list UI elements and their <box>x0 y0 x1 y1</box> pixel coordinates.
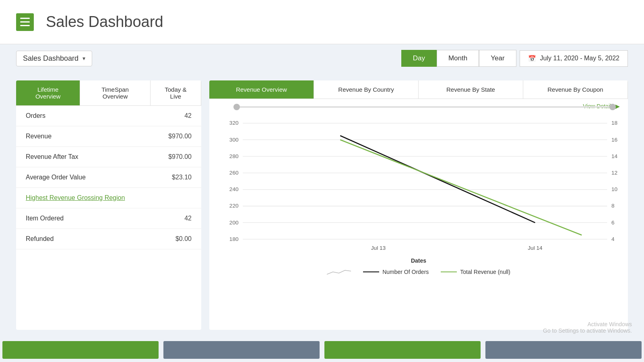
svg-text:14: 14 <box>611 153 618 159</box>
svg-text:18: 18 <box>611 120 617 126</box>
svg-text:4: 4 <box>611 236 615 242</box>
metric-refunded-label: Refunded <box>26 235 54 243</box>
chevron-down-icon: ▾ <box>83 55 85 62</box>
metric-revenue-after-tax-label: Revenue After Tax <box>26 153 78 160</box>
metric-revenue-value: $970.00 <box>168 133 192 140</box>
tab-revenue-by-coupon[interactable]: Revenue By Coupon <box>523 80 628 99</box>
slider-track <box>233 106 616 108</box>
legend-orders-line <box>363 272 379 272</box>
toolbar: Sales Dashboard ▾ Day Month Year 📅 July … <box>0 44 644 72</box>
legend-revenue: Total Revenue (null) <box>441 269 510 275</box>
svg-text:12: 12 <box>611 170 617 176</box>
chart-area: View Details <box>209 99 628 330</box>
metric-revenue-after-tax-value: $970.00 <box>168 153 192 160</box>
svg-text:300: 300 <box>229 137 239 143</box>
svg-text:16: 16 <box>611 137 617 143</box>
menu-icon[interactable] <box>16 13 34 31</box>
month-button[interactable]: Month <box>437 50 479 67</box>
date-range[interactable]: 📅 July 11, 2020 - May 5, 2022 <box>520 50 628 67</box>
svg-text:10: 10 <box>611 186 617 192</box>
slider-thumb-left[interactable] <box>233 104 240 110</box>
svg-text:320: 320 <box>229 120 239 126</box>
metric-orders-value: 42 <box>184 112 192 119</box>
svg-text:200: 200 <box>229 220 239 226</box>
main-content: Lifetime Overview TimeSpan Overview Toda… <box>0 72 644 338</box>
metric-item-ordered: Item Ordered 42 <box>16 208 201 229</box>
metric-orders: Orders 42 <box>16 106 201 126</box>
tab-revenue-overview[interactable]: Revenue Overview <box>209 80 314 99</box>
chart-legend: Number Of Orders Total Revenue (null) <box>217 267 620 277</box>
bottom-bar <box>0 338 644 362</box>
bottom-card-1 <box>2 341 159 359</box>
header: Sales Dashboard <box>0 0 644 44</box>
dashboard-selector[interactable]: Sales Dashboard ▾ <box>16 51 92 66</box>
metric-item-ordered-value: 42 <box>184 215 192 222</box>
chart-container: 320 300 280 260 240 220 200 180 18 16 14… <box>217 119 620 256</box>
svg-text:220: 220 <box>229 203 239 209</box>
tab-revenue-by-country[interactable]: Revenue By Country <box>314 80 419 99</box>
metric-avg-order-value: $23.10 <box>172 174 192 181</box>
legend-orders-label: Number Of Orders <box>382 269 429 275</box>
metric-revenue-after-tax: Revenue After Tax $970.00 <box>16 147 201 167</box>
svg-text:260: 260 <box>229 170 239 176</box>
metric-refunded-value: $0.00 <box>175 235 192 243</box>
legend-revenue-label: Total Revenue (null) <box>460 269 510 275</box>
mini-chart-icon <box>327 267 351 277</box>
date-range-label: July 11, 2020 - May 5, 2022 <box>540 55 619 62</box>
dashboard-selector-label: Sales Dashboard <box>23 54 78 63</box>
page-title: Sales Dashboard <box>46 13 163 31</box>
metric-orders-label: Orders <box>26 112 45 119</box>
revenue-chart: 320 300 280 260 240 220 200 180 18 16 14… <box>217 119 620 256</box>
left-tabs: Lifetime Overview TimeSpan Overview Toda… <box>16 80 201 106</box>
slider-thumb-right[interactable] <box>609 104 616 110</box>
bottom-card-4 <box>485 341 642 359</box>
calendar-icon: 📅 <box>528 55 536 62</box>
svg-text:180: 180 <box>229 236 239 242</box>
metric-avg-order: Average Order Value $23.10 <box>16 167 201 188</box>
metrics-list: Orders 42 Revenue $970.00 Revenue After … <box>16 106 201 249</box>
svg-text:6: 6 <box>611 220 615 226</box>
left-panel: Lifetime Overview TimeSpan Overview Toda… <box>16 80 201 330</box>
metric-highest-region-label[interactable]: Highest Revenue Grossing Region <box>26 194 125 202</box>
metric-avg-order-label: Average Order Value <box>26 174 86 181</box>
svg-text:Jul 13: Jul 13 <box>371 245 386 251</box>
svg-text:240: 240 <box>229 186 239 192</box>
metric-revenue-label: Revenue <box>26 133 52 140</box>
metric-refunded: Refunded $0.00 <box>16 229 201 249</box>
metric-highest-region: Highest Revenue Grossing Region <box>16 188 201 208</box>
tab-timespan-overview[interactable]: TimeSpan Overview <box>80 80 150 105</box>
tab-revenue-by-state[interactable]: Revenue By State <box>419 80 523 99</box>
svg-line-26 <box>340 136 535 222</box>
bottom-card-3 <box>324 341 481 359</box>
right-panel: Revenue Overview Revenue By Country Reve… <box>209 80 628 330</box>
legend-orders: Number Of Orders <box>363 269 429 275</box>
legend-revenue-line <box>441 272 457 272</box>
tab-lifetime-overview[interactable]: Lifetime Overview <box>16 80 80 105</box>
tab-today-live[interactable]: Today & Live <box>151 80 201 105</box>
metric-item-ordered-label: Item Ordered <box>26 215 64 222</box>
date-controls: Day Month Year 📅 July 11, 2020 - May 5, … <box>401 50 628 67</box>
svg-line-27 <box>340 140 582 235</box>
metric-revenue: Revenue $970.00 <box>16 126 201 147</box>
bottom-card-2 <box>163 341 320 359</box>
day-button[interactable]: Day <box>401 50 437 67</box>
right-tabs: Revenue Overview Revenue By Country Reve… <box>209 80 628 99</box>
svg-text:280: 280 <box>229 153 239 159</box>
year-button[interactable]: Year <box>479 50 516 67</box>
x-axis-label: Dates <box>217 257 620 264</box>
chart-slider[interactable] <box>233 103 616 111</box>
svg-text:8: 8 <box>611 203 615 209</box>
svg-text:Jul 14: Jul 14 <box>528 245 543 251</box>
